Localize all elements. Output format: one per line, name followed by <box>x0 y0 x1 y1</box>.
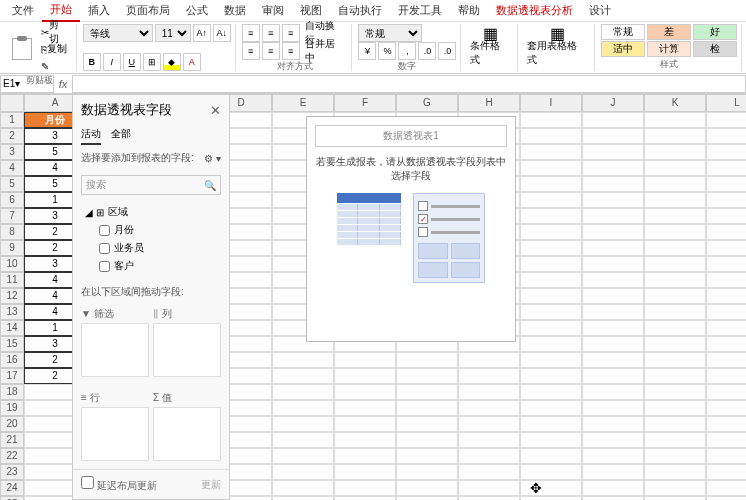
cell[interactable] <box>706 432 746 448</box>
cell[interactable] <box>272 384 334 400</box>
search-input[interactable]: 搜索🔍 <box>81 175 221 195</box>
cell[interactable] <box>582 224 644 240</box>
row-header[interactable]: 23 <box>0 464 24 480</box>
cell[interactable] <box>644 480 706 496</box>
cell[interactable] <box>458 368 520 384</box>
cell[interactable] <box>520 224 582 240</box>
cell[interactable] <box>582 480 644 496</box>
cell[interactable] <box>396 400 458 416</box>
align-left[interactable]: ≡ <box>242 42 260 60</box>
cell[interactable] <box>582 320 644 336</box>
cell[interactable] <box>644 128 706 144</box>
cell[interactable] <box>644 400 706 416</box>
cell[interactable] <box>582 496 644 500</box>
cell[interactable] <box>458 416 520 432</box>
cell[interactable] <box>644 368 706 384</box>
cell[interactable] <box>520 384 582 400</box>
cell[interactable] <box>706 224 746 240</box>
row-header[interactable]: 5 <box>0 176 24 192</box>
cell[interactable] <box>582 272 644 288</box>
row-header[interactable]: 20 <box>0 416 24 432</box>
italic-button[interactable]: I <box>103 53 121 71</box>
row-header[interactable]: 22 <box>0 448 24 464</box>
comma[interactable]: , <box>398 42 416 60</box>
row-header[interactable]: 10 <box>0 256 24 272</box>
cell[interactable] <box>396 496 458 500</box>
cell[interactable] <box>582 128 644 144</box>
cell[interactable] <box>644 384 706 400</box>
cell[interactable] <box>706 272 746 288</box>
cell[interactable] <box>458 400 520 416</box>
tab-dev[interactable]: 开发工具 <box>390 0 450 21</box>
cell[interactable] <box>520 192 582 208</box>
cell[interactable] <box>706 304 746 320</box>
area-filter[interactable] <box>81 323 149 377</box>
increase-font[interactable]: A↑ <box>193 24 211 42</box>
cell[interactable] <box>706 368 746 384</box>
tree-node[interactable]: ◢ ⊞ 区域 <box>85 203 217 221</box>
row-header[interactable]: 3 <box>0 144 24 160</box>
align-right[interactable]: ≡ <box>282 42 300 60</box>
defer-checkbox[interactable]: 延迟布局更新 <box>81 476 157 493</box>
tab-file[interactable]: 文件 <box>4 0 42 21</box>
cell[interactable] <box>520 352 582 368</box>
tab-pivot-analyze[interactable]: 数据透视表分析 <box>488 0 581 21</box>
cell[interactable] <box>582 304 644 320</box>
row-header[interactable]: 25 <box>0 496 24 500</box>
border-button[interactable]: ⊞ <box>143 53 161 71</box>
merge-center[interactable]: 合并居中 <box>302 43 348 59</box>
row-header[interactable]: 15 <box>0 336 24 352</box>
bold-button[interactable]: B <box>83 53 101 71</box>
style-bad[interactable]: 差 <box>647 24 691 40</box>
style-calc[interactable]: 计算 <box>647 41 691 57</box>
cell[interactable] <box>520 448 582 464</box>
cell[interactable] <box>582 112 644 128</box>
cell[interactable] <box>582 464 644 480</box>
cond-format[interactable]: 条件格式 <box>467 45 513 61</box>
cell[interactable] <box>520 336 582 352</box>
cell[interactable] <box>644 320 706 336</box>
tab-view[interactable]: 视图 <box>292 0 330 21</box>
cell[interactable] <box>334 480 396 496</box>
row-header[interactable]: 16 <box>0 352 24 368</box>
cell[interactable] <box>520 160 582 176</box>
tab-design[interactable]: 设计 <box>581 0 619 21</box>
row-header[interactable]: 14 <box>0 320 24 336</box>
dec-decimal[interactable]: .0 <box>438 42 456 60</box>
cell[interactable] <box>520 128 582 144</box>
table-format[interactable]: 套用表格格式 <box>524 45 590 61</box>
cell[interactable] <box>520 496 582 500</box>
font-size-select[interactable]: 11 <box>155 24 191 42</box>
currency[interactable]: ¥ <box>358 42 376 60</box>
cell[interactable] <box>582 368 644 384</box>
cell[interactable] <box>706 288 746 304</box>
tab-formula[interactable]: 公式 <box>178 0 216 21</box>
paste-button[interactable] <box>8 33 36 65</box>
col-header[interactable]: H <box>458 94 520 112</box>
cell[interactable] <box>458 496 520 500</box>
align-bot[interactable]: ≡ <box>282 24 300 42</box>
cell[interactable] <box>272 368 334 384</box>
cell[interactable] <box>396 368 458 384</box>
cell[interactable] <box>520 304 582 320</box>
cell[interactable] <box>520 416 582 432</box>
fill-color[interactable]: ◆ <box>163 53 181 71</box>
font-name-select[interactable]: 等线 <box>83 24 153 42</box>
cell[interactable] <box>396 448 458 464</box>
cell[interactable] <box>272 464 334 480</box>
cell[interactable] <box>458 384 520 400</box>
cell[interactable] <box>458 480 520 496</box>
formula-bar[interactable] <box>72 75 746 93</box>
cell[interactable] <box>644 464 706 480</box>
cell[interactable] <box>706 448 746 464</box>
cell[interactable] <box>272 352 334 368</box>
cell[interactable] <box>520 464 582 480</box>
cell[interactable] <box>334 352 396 368</box>
cell[interactable] <box>706 496 746 500</box>
cell[interactable] <box>520 176 582 192</box>
cell[interactable] <box>520 112 582 128</box>
cell[interactable] <box>644 336 706 352</box>
col-header[interactable]: I <box>520 94 582 112</box>
tab-insert[interactable]: 插入 <box>80 0 118 21</box>
cell[interactable] <box>644 352 706 368</box>
